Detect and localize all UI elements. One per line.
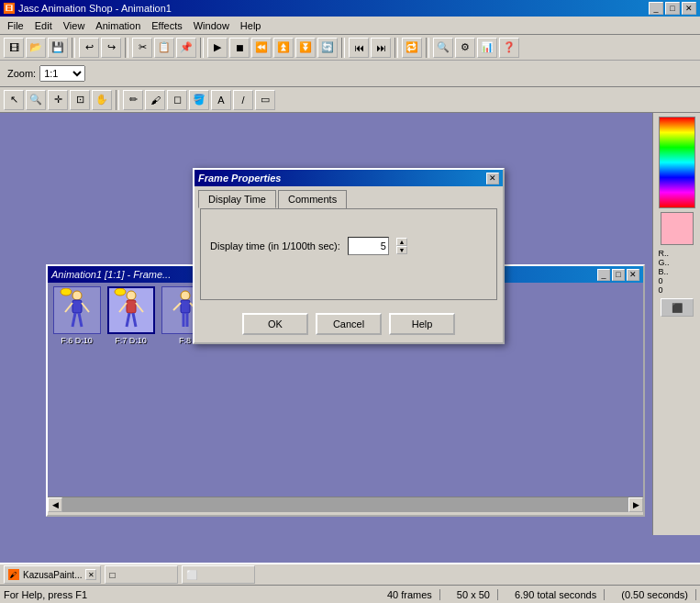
spinner-down[interactable]: ▼: [396, 246, 407, 254]
frame-properties-dialog: Frame Properties ✕ Display Time Comments…: [193, 168, 505, 344]
sep1: [72, 38, 75, 58]
b-label: B..: [659, 267, 695, 276]
frames-minimize[interactable]: _: [597, 269, 610, 281]
save-button[interactable]: 💾: [48, 38, 68, 58]
btn6[interactable]: 🔄: [317, 38, 338, 58]
taskbar: 🖌 KazusaPaint... ✕ □ ⬜: [0, 563, 700, 585]
menu-view[interactable]: View: [58, 18, 91, 33]
btn5[interactable]: ⏬: [295, 38, 316, 58]
move-tool[interactable]: ✛: [48, 90, 68, 110]
taskbar-label: KazusaPaint...: [23, 570, 82, 580]
btn12[interactable]: 📊: [477, 38, 497, 58]
scroll-right[interactable]: ▶: [628, 497, 643, 512]
title-bar-controls: _ □ ✕: [649, 2, 696, 15]
help-button[interactable]: Help: [389, 313, 455, 335]
svg-point-13: [115, 288, 126, 296]
dialog-close-button[interactable]: ✕: [486, 173, 499, 184]
new-button[interactable]: 🎞: [4, 38, 24, 58]
select-tool[interactable]: ↖: [4, 90, 24, 110]
btn7[interactable]: ⏮: [349, 38, 369, 58]
copy-button[interactable]: 📋: [154, 38, 174, 58]
frame-figure-6: [55, 288, 99, 332]
svg-rect-1: [72, 300, 82, 313]
title-bar-left: 🎞 Jasc Animation Shop - Animation1: [4, 3, 172, 14]
btn10[interactable]: 🔍: [433, 38, 453, 58]
crop-tool[interactable]: ⊡: [70, 90, 90, 110]
redo-button[interactable]: ↪: [101, 38, 121, 58]
open-button[interactable]: 📂: [26, 38, 46, 58]
frames-scrollbar: ◀ ▶: [48, 497, 643, 511]
minimize-button[interactable]: _: [649, 2, 663, 15]
tab-display-time[interactable]: Display Time: [198, 190, 276, 208]
tab-comments[interactable]: Comments: [278, 190, 347, 208]
frame-item-7[interactable]: F:7 D:10: [106, 286, 156, 493]
frame-label-7: F:7 D:10: [115, 336, 147, 345]
rgb-value: 0: [659, 276, 695, 285]
btn3[interactable]: ⏪: [251, 38, 272, 58]
menu-effects[interactable]: Effects: [146, 18, 187, 33]
menu-file[interactable]: File: [2, 18, 29, 33]
btn8[interactable]: ⏭: [371, 38, 391, 58]
frame-label-8: F:8: [179, 336, 191, 345]
brush-tool[interactable]: 🖌: [145, 90, 165, 110]
fill-tool[interactable]: 🪣: [189, 90, 209, 110]
dialog-buttons: OK Cancel Help: [194, 306, 503, 342]
maximize-button[interactable]: □: [665, 2, 680, 15]
pencil-tool[interactable]: ✏: [123, 90, 143, 110]
svg-line-11: [127, 313, 129, 327]
paste-button[interactable]: 📌: [176, 38, 196, 58]
btn4[interactable]: ⏫: [273, 38, 294, 58]
scroll-left[interactable]: ◀: [48, 497, 62, 512]
taskbar-expand-btn[interactable]: □: [105, 565, 178, 584]
svg-line-16: [173, 303, 181, 310]
frame-thumb-6: [53, 286, 101, 334]
title-bar: 🎞 Jasc Animation Shop - Animation1 _ □ ✕: [0, 0, 700, 17]
color-rgb: R.. G.. B.. 0 0: [659, 249, 695, 295]
menu-help[interactable]: Help: [235, 18, 267, 33]
btn2[interactable]: ⏹: [229, 38, 250, 58]
display-time-input[interactable]: [348, 237, 389, 255]
status-size: 50 x 50: [450, 589, 498, 600]
btn13[interactable]: ❓: [499, 38, 519, 58]
cancel-button[interactable]: Cancel: [316, 313, 382, 335]
status-bar: For Help, press F1 40 frames 50 x 50 6.9…: [0, 585, 700, 603]
close-button[interactable]: ✕: [682, 2, 696, 15]
toolbar1: 🎞 📂 💾 ↩ ↪ ✂ 📋 📌 ▶ ⏹ ⏪ ⏫ ⏬ 🔄 ⏮ ⏭ 🔁 🔍 ⚙ 📊 …: [0, 35, 700, 61]
color-tool-icon[interactable]: ⬛: [661, 298, 694, 317]
menu-animation[interactable]: Animation: [90, 18, 146, 33]
menu-window[interactable]: Window: [188, 18, 235, 33]
sep6: [426, 38, 429, 58]
hand-tool[interactable]: ✋: [92, 90, 112, 110]
svg-line-3: [82, 303, 89, 312]
eraser-tool[interactable]: ◻: [167, 90, 187, 110]
svg-rect-8: [127, 300, 136, 313]
line-tool[interactable]: /: [233, 90, 253, 110]
frames-maximize[interactable]: □: [612, 269, 625, 281]
svg-rect-15: [181, 300, 190, 313]
undo-button[interactable]: ↩: [79, 38, 99, 58]
menu-edit[interactable]: Edit: [29, 18, 58, 33]
taskbar-restore-btn[interactable]: ⬜: [182, 565, 255, 584]
zoom-select[interactable]: 1:1 1:2 2:1: [39, 65, 85, 82]
taskbar-close[interactable]: ✕: [85, 569, 96, 580]
cut-button[interactable]: ✂: [132, 38, 152, 58]
btn1[interactable]: ▶: [207, 38, 228, 58]
taskbar-kazusa[interactable]: 🖌 KazusaPaint... ✕: [4, 565, 101, 584]
color-gradient[interactable]: [659, 117, 695, 208]
zoom-tool[interactable]: 🔍: [26, 90, 46, 110]
sep2: [125, 38, 128, 58]
frame-label-6: F:6 D:10: [61, 336, 93, 345]
zoom-label: Zoom:: [7, 68, 36, 79]
toolbar-area: 🎞 📂 💾 ↩ ↪ ✂ 📋 📌 ▶ ⏹ ⏪ ⏫ ⏬ 🔄 ⏮ ⏭ 🔁 🔍 ⚙ 📊 …: [0, 35, 700, 87]
btn9[interactable]: 🔁: [402, 38, 422, 58]
app-icon: 🎞: [4, 3, 15, 14]
scroll-track[interactable]: [62, 497, 628, 512]
rect-tool[interactable]: ▭: [255, 90, 275, 110]
frame-item-6[interactable]: F:6 D:10: [51, 286, 102, 493]
frames-close[interactable]: ✕: [627, 269, 639, 281]
ok-button[interactable]: OK: [242, 313, 308, 335]
btn11[interactable]: ⚙: [455, 38, 475, 58]
spinner-up[interactable]: ▲: [396, 238, 407, 246]
color-swatch[interactable]: [661, 212, 694, 245]
text-tool[interactable]: A: [211, 90, 231, 110]
